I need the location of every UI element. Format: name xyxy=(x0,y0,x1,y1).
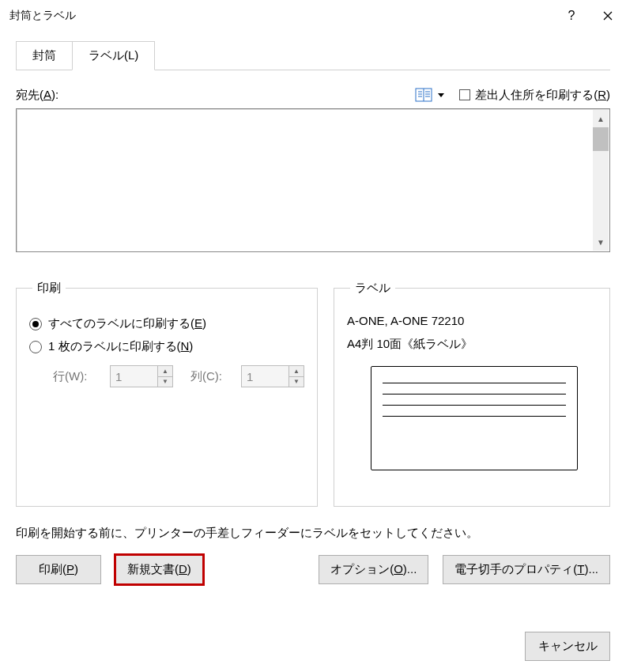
address-textarea[interactable] xyxy=(17,109,609,251)
titlebar: 封筒とラベル ? xyxy=(0,0,626,32)
col-spin-up[interactable]: ▲ xyxy=(289,366,304,376)
return-address-label: 差出人住所を印刷する(R) xyxy=(475,88,610,103)
chevron-down-icon xyxy=(437,88,445,102)
radio-icon xyxy=(29,341,42,353)
row-spin-up[interactable]: ▲ xyxy=(158,366,172,376)
window-title: 封筒とラベル xyxy=(9,9,76,23)
options-button[interactable]: オプション(O)... xyxy=(319,555,428,584)
help-button[interactable]: ? xyxy=(553,0,590,32)
checkbox-box-icon xyxy=(459,89,470,100)
label-product: A-ONE, A-ONE 72210 xyxy=(347,310,597,333)
svg-marker-10 xyxy=(438,93,444,97)
address-header-row: 宛先(A): xyxy=(16,86,610,104)
label-info: A-ONE, A-ONE 72210 A4判 10面《紙ラベル》 xyxy=(347,310,597,355)
radio-print-one-label: 1 枚のラベルに印刷する(N) xyxy=(48,339,193,354)
col-value: 1 xyxy=(242,366,288,387)
scroll-up-icon[interactable]: ▲ xyxy=(593,110,609,127)
footer-row: キャンセル xyxy=(525,632,610,661)
address-book-dropdown[interactable] xyxy=(412,86,448,104)
tab-label[interactable]: ラベル(L) xyxy=(72,41,155,70)
label-desc: A4判 10面《紙ラベル》 xyxy=(347,333,597,356)
scroll-thumb[interactable] xyxy=(593,127,609,151)
cancel-button[interactable]: キャンセル xyxy=(525,632,610,661)
address-textarea-wrap: ▲ ▼ xyxy=(16,108,610,252)
label-group[interactable]: ラベル A-ONE, A-ONE 72210 A4判 10面《紙ラベル》 xyxy=(334,281,610,507)
scrollbar[interactable]: ▲ ▼ xyxy=(593,110,609,251)
row-spin-down[interactable]: ▼ xyxy=(158,376,172,387)
new-document-button[interactable]: 新規文書(D) xyxy=(115,555,203,584)
dialog-window: 封筒とラベル ? 封筒 ラベル(L) 宛先(A): xyxy=(0,0,626,672)
row-spinner[interactable]: 1 ▲ ▼ xyxy=(110,365,173,387)
col-spin-down[interactable]: ▼ xyxy=(289,376,304,387)
col-spinner[interactable]: 1 ▲ ▼ xyxy=(241,365,304,387)
col-label: 列(C): xyxy=(190,369,235,384)
epostage-properties-button[interactable]: 電子切手のプロパティ(T)... xyxy=(443,555,610,584)
tabs: 封筒 ラベル(L) xyxy=(16,40,610,70)
tab-envelope[interactable]: 封筒 xyxy=(16,41,73,70)
print-group: 印刷 すべてのラベルに印刷する(E) 1 枚のラベルに印刷する(N) 行(W): xyxy=(16,281,318,507)
address-book-icon xyxy=(415,88,434,102)
return-address-checkbox[interactable]: 差出人住所を印刷する(R) xyxy=(459,88,610,103)
label-group-legend: ラベル xyxy=(350,281,395,296)
close-icon xyxy=(603,11,613,21)
scroll-down-icon[interactable]: ▼ xyxy=(593,233,609,251)
row-value: 1 xyxy=(111,366,157,387)
radio-icon xyxy=(29,318,42,330)
tab-content: 宛先(A): xyxy=(0,70,626,584)
row-label: 行(W): xyxy=(53,369,104,384)
row-col-controls: 行(W): 1 ▲ ▼ 列(C): 1 ▲ ▼ xyxy=(53,365,304,387)
address-label: 宛先(A): xyxy=(16,88,58,103)
label-preview-icon xyxy=(371,366,578,470)
radio-print-all[interactable]: すべてのラベルに印刷する(E) xyxy=(29,316,304,331)
radio-print-all-label: すべてのラベルに印刷する(E) xyxy=(48,316,206,331)
hint-text: 印刷を開始する前に、プリンターの手差しフィーダーにラベルをセットしてください。 xyxy=(16,526,610,541)
radio-print-one[interactable]: 1 枚のラベルに印刷する(N) xyxy=(29,339,304,354)
scroll-track[interactable] xyxy=(593,151,609,233)
close-button[interactable] xyxy=(590,0,626,32)
main-button-row: 印刷(P) 新規文書(D) オプション(O)... 電子切手のプロパティ(T).… xyxy=(16,555,610,584)
print-group-legend: 印刷 xyxy=(32,281,66,296)
print-button[interactable]: 印刷(P) xyxy=(16,555,101,584)
